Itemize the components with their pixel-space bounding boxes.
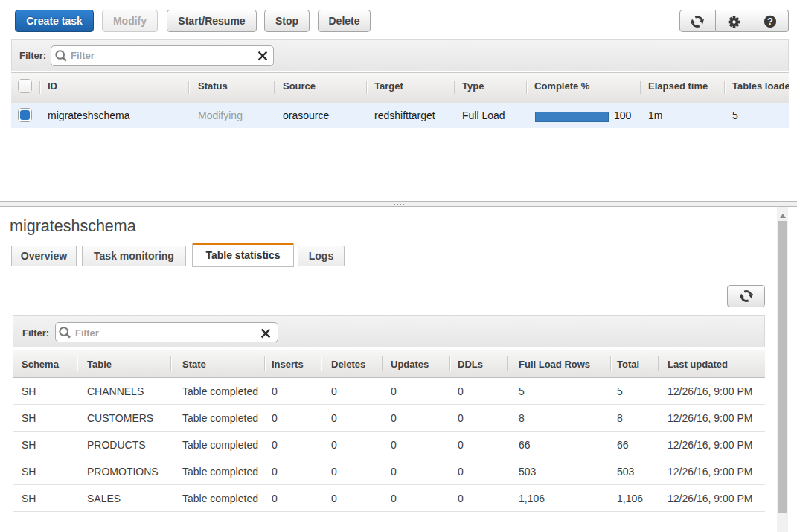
svg-text:?: ?: [767, 16, 773, 27]
